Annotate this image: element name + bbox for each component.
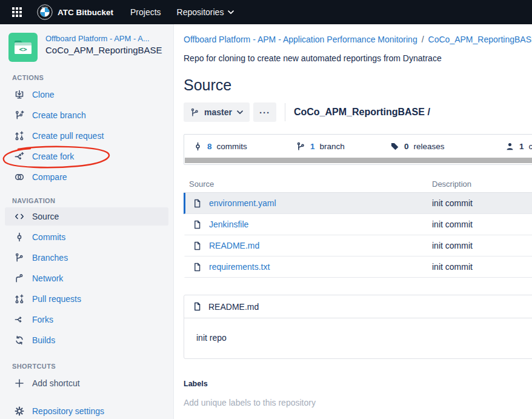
stat-value: 0 [404, 142, 409, 151]
sidebar-item-builds[interactable]: Builds [0, 330, 173, 350]
sidebar-item-create-branch[interactable]: Create branch [0, 105, 173, 126]
repository-description: Repo for cloning to create new automated… [184, 53, 532, 63]
file-table: Source Description environment.yaml init… [184, 176, 532, 278]
stat-branches[interactable]: 1 branch [296, 142, 390, 151]
description-column-header: Description [432, 179, 471, 189]
labels-placeholder[interactable]: Add unique labels to this repository [184, 398, 532, 407]
file-link[interactable]: Jenkinsfile [209, 220, 248, 229]
scrollbar-thumb[interactable] [185, 158, 532, 163]
stat-value: 8 [207, 142, 212, 151]
repository-avatar[interactable]: <> [8, 33, 38, 62]
source-icon [15, 212, 24, 221]
sidebar-item-forks[interactable]: Forks [0, 309, 173, 330]
file-table-header: Source Description [184, 176, 532, 193]
table-row[interactable]: requirements.txt init commit [184, 256, 532, 278]
sidebar-item-label: Create pull request [32, 131, 104, 141]
stat-label: contributor [529, 142, 532, 151]
pull-requests-icon [15, 294, 24, 304]
stat-commits[interactable]: 8 commits [193, 142, 296, 151]
sidebar-item-branches[interactable]: Branches [0, 247, 173, 268]
file-icon [193, 263, 202, 272]
sidebar-item-label: Compare [32, 172, 67, 182]
top-navigation-bar: BMW ATC Bitbucket Projects Repositories [0, 0, 532, 24]
file-link[interactable]: README.md [209, 241, 259, 250]
sidebar-item-label: Clone [32, 90, 55, 99]
sidebar-item-commits[interactable]: Commits [0, 227, 173, 247]
readme-header: README.md [184, 295, 532, 318]
sidebar-item-pull-requests[interactable]: Pull requests [0, 289, 173, 309]
labels-section: Labels Add unique labels to this reposit… [184, 380, 532, 407]
stat-releases[interactable]: 0 releases [390, 142, 505, 151]
branch-selector-button[interactable]: master [184, 102, 250, 122]
navigation-section-label: NAVIGATION [12, 197, 173, 204]
commits-icon [15, 232, 24, 242]
repository-stats-bar: 8 commits 1 branch 0 releases 1 contribu… [184, 134, 532, 165]
add-shortcut-button[interactable]: Add shortcut [0, 373, 173, 394]
file-link[interactable]: requirements.txt [209, 262, 270, 272]
commit-message: init commit [432, 220, 473, 229]
stat-label: releases [414, 142, 445, 151]
sidebar-repo-name: CoCo_APM_ReportingBASE [45, 45, 162, 55]
builds-icon [15, 335, 24, 345]
create-branch-icon [15, 110, 24, 120]
sidebar-item-compare[interactable]: Compare [0, 167, 173, 187]
sidebar-item-network[interactable]: Network [0, 268, 173, 289]
topnav-repositories[interactable]: Repositories [177, 7, 234, 17]
stat-contributors[interactable]: 1 contributor [505, 142, 532, 151]
create-pull-request-icon [15, 131, 24, 141]
commits-icon [193, 142, 202, 151]
sidebar-item-label: Create fork [32, 152, 74, 161]
sidebar-item-source[interactable]: Source [5, 207, 168, 226]
forks-icon [15, 315, 24, 324]
sidebar-item-clone[interactable]: Clone [0, 84, 173, 105]
repository-settings-button[interactable]: Repository settings [0, 401, 173, 419]
labels-title: Labels [184, 380, 532, 388]
create-fork-icon [15, 152, 24, 161]
repository-sidebar: <> Offboard Platform - APM - A... CoCo_A… [0, 24, 174, 419]
file-icon [193, 199, 202, 208]
compare-icon [15, 172, 24, 182]
breadcrumb-project-link[interactable]: Offboard Platform - APM - Application Pe… [184, 35, 417, 44]
sidebar-item-create-fork[interactable]: Create fork [0, 146, 173, 167]
stat-label: branch [320, 142, 345, 151]
readme-filename: README.md [208, 302, 259, 312]
page-title: Source [184, 76, 532, 94]
branch-selector-value: master [204, 107, 232, 117]
clone-icon [15, 90, 24, 99]
plus-icon [15, 378, 24, 388]
shortcuts-section-label: SHORTCUTS [12, 363, 173, 370]
sidebar-item-label: Source [32, 212, 59, 221]
breadcrumb-separator: / [422, 35, 424, 44]
readme-content: init repo [184, 318, 532, 358]
more-actions-button[interactable]: ··· [253, 102, 276, 122]
actions-section-label: ACTIONS [12, 74, 173, 81]
repository-settings-label: Repository settings [32, 406, 104, 416]
table-row[interactable]: environment.yaml init commit [184, 193, 532, 214]
sidebar-item-label: Commits [32, 232, 65, 242]
table-row[interactable]: Jenkinsfile init commit [184, 214, 532, 235]
gear-icon [15, 406, 24, 416]
file-link[interactable]: environment.yaml [209, 198, 276, 208]
sidebar-project-link[interactable]: Offboard Platform - APM - A... [45, 34, 162, 43]
sidebar-item-label: Create branch [32, 110, 86, 120]
commit-message: init commit [432, 198, 473, 208]
stat-value: 1 [519, 142, 524, 151]
network-icon [15, 273, 24, 283]
source-column-header: Source [184, 179, 432, 189]
branch-icon [190, 108, 199, 117]
app-switcher-icon[interactable] [12, 7, 22, 18]
repo-folder-code-icon: <> [14, 39, 32, 55]
breadcrumb-repo-link[interactable]: CoCo_APM_ReportingBASE [428, 35, 532, 44]
app-title: ATC Bitbucket [58, 8, 113, 17]
readme-panel: README.md init repo [184, 295, 532, 359]
sidebar-item-create-pull-request[interactable]: Create pull request [0, 126, 173, 146]
commit-message: init commit [432, 241, 473, 250]
sidebar-item-label: Pull requests [32, 294, 81, 304]
bitbucket-home-link[interactable]: BMW ATC Bitbucket [37, 4, 113, 20]
bmw-logo-icon: BMW [37, 4, 53, 20]
branch-toolbar: master ··· CoCo_APM_ReportingBASE / [184, 102, 532, 122]
stat-label: commits [217, 142, 247, 151]
topnav-projects[interactable]: Projects [130, 7, 161, 17]
table-row[interactable]: README.md init commit [184, 235, 532, 256]
sidebar-item-label: Builds [32, 335, 55, 345]
